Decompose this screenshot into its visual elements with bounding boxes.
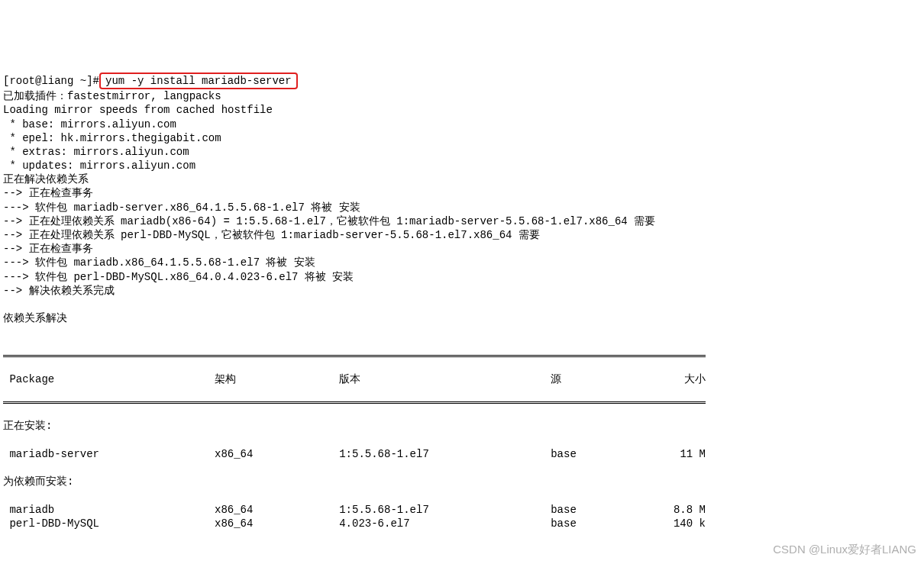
terminal-output: [root@liang ~]# yum -y install mariadb-s… <box>3 59 921 564</box>
cell-arch: x86_64 <box>215 503 339 517</box>
output-line: * base: mirrors.aliyun.com <box>3 118 921 131</box>
col-arch: 架构 <box>215 372 339 386</box>
output-line: --> 正在检查事务 <box>3 186 921 200</box>
cell-pkg: mariadb <box>3 503 215 517</box>
install-rows: mariadb-serverx86_641:5.5.68-1.el7base11… <box>3 447 921 461</box>
output-line: * extras: mirrors.aliyun.com <box>3 145 921 159</box>
command-highlight: yum -y install mariadb-server <box>99 73 298 89</box>
output-line: 已加载插件：fastestmirror, langpacks <box>3 89 921 103</box>
output-line: ---> 软件包 mariadb.x86_64.1.5.5.68-1.el7 将… <box>3 256 921 269</box>
cell-ver: 1:5.5.68-1.el7 <box>339 447 551 461</box>
col-version: 版本 <box>339 372 551 386</box>
output-line: 依赖关系解决 <box>3 311 921 325</box>
cell-pkg: mariadb-server <box>3 447 215 461</box>
prompt-line: [root@liang ~]# yum -y install mariadb-s… <box>3 73 298 89</box>
col-package: Package <box>3 372 215 386</box>
output-line: --> 解决依赖关系完成 <box>3 284 921 298</box>
prompt-prefix: [root@liang ~]# <box>3 74 99 88</box>
output-line: ---> 软件包 perl-DBD-MySQL.x86_64.0.4.023-6… <box>3 270 921 284</box>
output-line <box>3 298 921 311</box>
col-repo: 源 <box>551 372 664 386</box>
col-size: 大小 <box>664 372 706 386</box>
cell-arch: x86_64 <box>215 447 339 461</box>
output-line: --> 正在检查事务 <box>3 242 921 256</box>
cell-size: 11 M <box>664 447 706 461</box>
section-installing: 正在安装: <box>3 419 921 433</box>
output-line <box>3 325 921 339</box>
cell-arch: x86_64 <box>215 517 339 530</box>
cell-repo: base <box>551 517 664 530</box>
cell-size: 8.8 M <box>664 503 706 517</box>
yum-output-header: 已加载插件：fastestmirror, langpacksLoading mi… <box>3 89 921 339</box>
cell-ver: 1:5.5.68-1.el7 <box>339 503 551 517</box>
cell-size: 140 k <box>664 517 706 530</box>
divider-top <box>3 355 706 357</box>
cell-repo: base <box>551 503 664 517</box>
output-line: --> 正在处理依赖关系 mariadb(x86-64) = 1:5.5.68-… <box>3 214 921 228</box>
cell-ver: 4.023-6.el7 <box>339 517 551 530</box>
output-line: Loading mirror speeds from cached hostfi… <box>3 103 921 117</box>
table-row: mariadbx86_641:5.5.68-1.el7base8.8 M <box>3 503 706 517</box>
watermark: CSDN @Linux爱好者LIANG <box>773 542 916 557</box>
output-line: 正在解决依赖关系 <box>3 172 921 186</box>
dep-rows: mariadbx86_641:5.5.68-1.el7base8.8 M per… <box>3 503 921 530</box>
output-line: * epel: hk.mirrors.thegigabit.com <box>3 131 921 145</box>
table-row: perl-DBD-MySQLx86_644.023-6.el7base140 k <box>3 517 706 530</box>
cell-repo: base <box>551 447 664 461</box>
output-line: ---> 软件包 mariadb-server.x86_64.1.5.5.68-… <box>3 201 921 214</box>
output-line: * updates: mirrors.aliyun.com <box>3 159 921 172</box>
table-row: mariadb-serverx86_641:5.5.68-1.el7base11… <box>3 447 706 461</box>
section-deps: 为依赖而安装: <box>3 475 921 488</box>
cell-pkg: perl-DBD-MySQL <box>3 517 215 530</box>
table-header-row: Package架构版本源大小 <box>3 372 706 386</box>
divider-mid <box>3 401 706 404</box>
output-line: --> 正在处理依赖关系 perl-DBD-MySQL，它被软件包 1:mari… <box>3 228 921 242</box>
